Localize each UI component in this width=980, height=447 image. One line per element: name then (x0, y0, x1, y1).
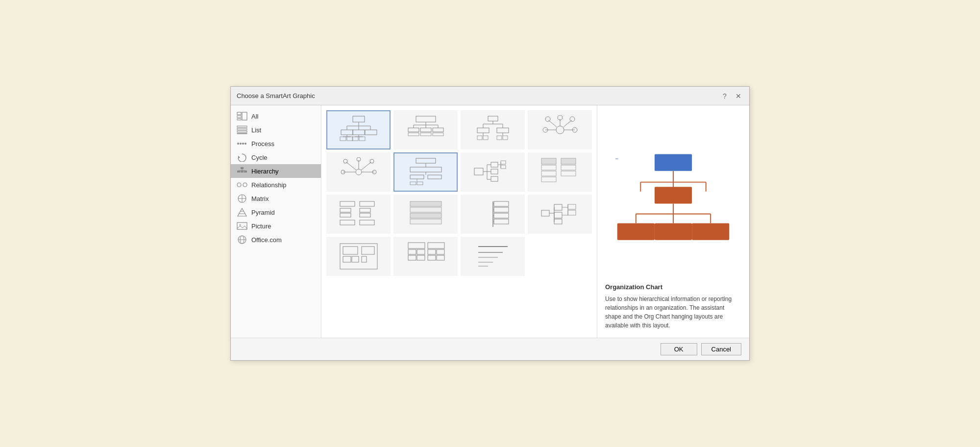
sidebar-item-pyramid[interactable]: Pyramid (231, 205, 321, 219)
svg-point-94 (343, 159, 347, 163)
svg-rect-138 (494, 201, 509, 206)
svg-point-8 (237, 143, 239, 145)
titlebar-controls: ? ✕ (720, 91, 743, 101)
preview-panel: Organization Chart Use to show hierarchi… (597, 105, 749, 338)
svg-rect-141 (494, 219, 509, 224)
svg-rect-27 (237, 223, 247, 229)
svg-rect-172 (437, 255, 444, 260)
chart-item-half[interactable] (461, 110, 525, 149)
svg-rect-191 (617, 223, 655, 240)
svg-marker-12 (238, 156, 240, 159)
chart-item-branch[interactable] (528, 195, 592, 234)
svg-rect-160 (352, 256, 359, 262)
sidebar-item-all-label: All (251, 113, 258, 120)
svg-rect-61 (488, 116, 498, 121)
svg-rect-39 (353, 130, 365, 135)
svg-rect-96 (416, 158, 436, 163)
sidebar-item-picture-label: Picture (251, 223, 271, 230)
svg-rect-73 (503, 136, 508, 140)
help-button[interactable]: ? (720, 91, 730, 101)
svg-rect-150 (554, 212, 562, 218)
svg-rect-111 (491, 162, 498, 167)
chart-item-stacked[interactable] (393, 195, 458, 234)
svg-rect-4 (237, 126, 247, 127)
svg-rect-0 (237, 112, 241, 115)
sidebar-item-pyramid-label: Pyramid (251, 209, 275, 216)
svg-rect-155 (568, 210, 576, 215)
svg-rect-113 (491, 176, 498, 181)
chart-item-radial[interactable] (528, 110, 592, 149)
chart-item-org[interactable] (326, 110, 391, 149)
svg-rect-101 (428, 175, 441, 179)
svg-rect-149 (554, 204, 562, 210)
process-icon (237, 139, 247, 148)
chart-item-indented[interactable] (326, 195, 391, 234)
svg-rect-3 (242, 112, 247, 120)
chart-item-bracket[interactable] (461, 195, 525, 234)
svg-rect-7 (237, 133, 247, 134)
sidebar-item-list[interactable]: List (231, 123, 321, 137)
sidebar-item-hierarchy[interactable]: Hierarchy (231, 164, 321, 178)
svg-point-85 (356, 169, 362, 175)
chart-item-horizontal[interactable] (461, 152, 525, 192)
preview-info: Organization Chart Use to show hierarchi… (605, 283, 741, 330)
svg-rect-40 (365, 130, 377, 135)
close-button[interactable]: ✕ (734, 91, 743, 101)
chart-item-lines[interactable] (461, 237, 525, 276)
svg-rect-103 (410, 182, 416, 185)
svg-rect-57 (433, 128, 443, 132)
svg-rect-126 (340, 208, 351, 212)
svg-rect-133 (410, 201, 441, 206)
sidebar-item-relationship[interactable]: Relationship (231, 178, 321, 192)
svg-rect-139 (494, 207, 509, 212)
dialog-body: All List (231, 105, 749, 338)
svg-rect-2 (237, 119, 241, 120)
chart-item-box-hierarchy[interactable] (326, 237, 391, 276)
chart-item-table[interactable] (528, 152, 592, 192)
chart-item-double-horizontal[interactable] (393, 237, 458, 276)
svg-rect-134 (410, 207, 441, 212)
svg-rect-124 (561, 171, 576, 176)
svg-rect-59 (420, 133, 431, 136)
dialog-footer: OK Cancel (231, 338, 749, 360)
svg-rect-166 (408, 255, 416, 260)
sidebar-item-picture[interactable]: Picture (231, 219, 321, 233)
svg-rect-49 (416, 116, 436, 122)
svg-rect-128 (340, 220, 355, 225)
svg-rect-193 (692, 223, 729, 240)
center-panel (321, 105, 597, 338)
chart-item-labeled-hierarchy[interactable] (393, 152, 458, 192)
svg-rect-192 (655, 223, 692, 240)
pyramid-icon (237, 208, 247, 217)
preview-description: Use to show hierarchical information or … (605, 295, 741, 330)
chart-item-name-and-title[interactable] (393, 110, 458, 149)
sidebar-item-officecom[interactable]: Office.com (231, 233, 321, 247)
sidebar: All List (231, 105, 321, 338)
svg-rect-165 (417, 249, 425, 254)
matrix-icon (237, 194, 247, 203)
sidebar-item-all[interactable]: All (231, 109, 321, 123)
svg-rect-120 (541, 171, 556, 176)
svg-point-10 (242, 143, 244, 145)
svg-rect-72 (497, 136, 502, 140)
svg-rect-32 (353, 116, 365, 122)
svg-rect-38 (341, 130, 353, 135)
svg-line-90 (361, 162, 371, 170)
cancel-button[interactable]: Cancel (701, 343, 741, 355)
svg-rect-58 (408, 133, 419, 136)
sidebar-item-cycle-label: Cycle (251, 154, 268, 161)
sidebar-item-matrix[interactable]: Matrix (231, 192, 321, 205)
svg-rect-56 (420, 128, 431, 132)
sidebar-item-matrix-label: Matrix (251, 195, 269, 202)
svg-rect-55 (408, 128, 419, 132)
sidebar-item-process[interactable]: Process (231, 137, 321, 150)
svg-rect-170 (437, 249, 444, 254)
sidebar-item-cycle[interactable]: Cycle (231, 150, 321, 164)
svg-rect-98 (410, 167, 441, 172)
svg-point-83 (545, 117, 550, 122)
svg-rect-140 (494, 213, 509, 218)
ok-button[interactable]: OK (661, 343, 697, 355)
chart-item-radial2[interactable] (326, 152, 391, 192)
svg-rect-5 (237, 128, 247, 130)
svg-rect-70 (483, 136, 488, 140)
